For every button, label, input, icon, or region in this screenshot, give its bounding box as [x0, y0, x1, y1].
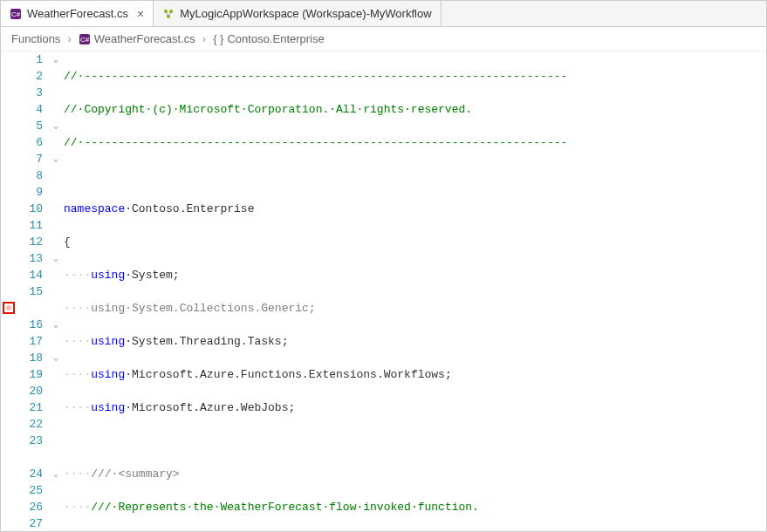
line-number: 14	[17, 267, 43, 283]
fold-toggle-icon	[48, 184, 64, 201]
fold-toggle-icon	[48, 499, 64, 515]
fold-toggle-icon[interactable]: ⌄	[48, 118, 64, 134]
fold-toggle-icon	[48, 416, 64, 433]
line-number	[17, 300, 43, 317]
fold-toggle-icon	[48, 300, 64, 317]
namespace-icon: { }	[213, 32, 223, 45]
chevron-right-icon: ›	[65, 32, 72, 45]
fold-toggle-icon	[48, 134, 64, 151]
tab-bar: C# WeatherForecast.cs × MyLogicAppWorksp…	[1, 1, 766, 27]
tab-label: WeatherForecast.cs	[27, 7, 128, 20]
line-number: 24	[17, 466, 43, 482]
line-number: 16	[17, 317, 43, 333]
breakpoint-column[interactable]	[1, 51, 17, 532]
line-number: 21	[17, 399, 43, 416]
fold-toggle-icon[interactable]: ⌄	[48, 51, 64, 68]
fold-toggle-icon	[48, 101, 64, 118]
svg-text:C#: C#	[80, 36, 90, 44]
line-number: 4	[17, 101, 43, 118]
fold-toggle-icon	[48, 515, 64, 532]
fold-toggle-icon	[48, 267, 64, 283]
line-number: 18	[17, 350, 43, 366]
line-number: 13	[17, 250, 43, 267]
fold-toggle-icon	[48, 399, 64, 416]
line-number: 1	[17, 51, 43, 68]
code-content[interactable]: //·-------------------------------------…	[64, 51, 766, 532]
fold-toggle-icon	[48, 482, 64, 499]
fold-toggle-icon	[48, 85, 64, 101]
fold-toggle-icon[interactable]: ⌄	[48, 250, 64, 267]
fold-toggle-icon	[48, 433, 64, 449]
line-number: 9	[17, 184, 43, 201]
breadcrumb: Functions › C# WeatherForecast.cs › { } …	[1, 27, 766, 51]
line-number	[17, 449, 43, 466]
code-editor[interactable]: 1234567891011121314151617181920212223242…	[1, 51, 766, 532]
line-number: 5	[17, 118, 43, 134]
breadcrumb-functions[interactable]: Functions	[11, 32, 60, 45]
fold-toggle-icon	[48, 217, 64, 234]
fold-toggle-icon[interactable]: ⌄	[48, 317, 64, 333]
close-icon[interactable]: ×	[137, 7, 144, 21]
csharp-icon: C#	[10, 8, 22, 20]
line-number: 11	[17, 217, 43, 234]
line-number: 26	[17, 499, 43, 515]
fold-toggle-icon[interactable]: ⌄	[48, 151, 64, 167]
fold-toggle-icon	[48, 366, 64, 383]
line-number: 8	[17, 167, 43, 184]
fold-toggle-icon	[48, 333, 64, 350]
fold-toggle-icon	[48, 383, 64, 399]
fold-toggle-icon	[48, 201, 64, 217]
fold-toggle-icon[interactable]: ⌄	[48, 350, 64, 366]
workflow-icon	[162, 8, 175, 20]
line-number: 23	[17, 433, 43, 449]
breakpoint-icon[interactable]	[3, 302, 15, 314]
csharp-icon: C#	[79, 33, 91, 45]
fold-toggle-icon	[48, 167, 64, 184]
line-number: 6	[17, 134, 43, 151]
line-number: 3	[17, 85, 43, 101]
line-number: 20	[17, 383, 43, 399]
breadcrumb-namespace[interactable]: { } Contoso.Enterprise	[213, 32, 325, 45]
tab-label: MyLogicAppWorkspace (Workspace)-MyWorkfl…	[180, 7, 431, 20]
line-number: 7	[17, 151, 43, 167]
line-number: 12	[17, 234, 43, 250]
line-number: 15	[17, 283, 43, 300]
fold-column[interactable]: ⌄⌄⌄⌄⌄⌄⌄	[48, 51, 64, 532]
line-number: 17	[17, 333, 43, 350]
gutter: 1234567891011121314151617181920212223242…	[1, 51, 64, 532]
svg-text:C#: C#	[11, 10, 21, 18]
fold-toggle-icon	[48, 234, 64, 250]
breadcrumb-file[interactable]: C# WeatherForecast.cs	[79, 32, 195, 45]
tab-workflow[interactable]: MyLogicAppWorkspace (Workspace)-MyWorkfl…	[154, 1, 441, 26]
line-number: 10	[17, 201, 43, 217]
fold-toggle-icon[interactable]: ⌄	[48, 466, 64, 482]
line-number: 27	[17, 515, 43, 532]
line-number: 2	[17, 68, 43, 85]
fold-toggle-icon	[48, 449, 64, 466]
line-number: 25	[17, 482, 43, 499]
line-number: 19	[17, 366, 43, 383]
fold-toggle-icon	[48, 283, 64, 300]
line-number: 22	[17, 416, 43, 433]
tab-weatherforecast[interactable]: C# WeatherForecast.cs ×	[1, 1, 154, 26]
chevron-right-icon: ›	[201, 32, 208, 45]
line-numbers: 1234567891011121314151617181920212223242…	[17, 51, 48, 532]
fold-toggle-icon	[48, 68, 64, 85]
